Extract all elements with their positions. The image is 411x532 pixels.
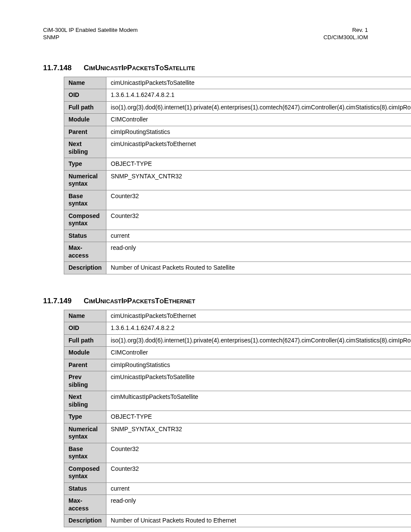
sections-container: 11.7.148CIMUNICASTIPPACKETSTOSATELLITENa… [43, 64, 368, 527]
table-row: Statuscurrent [64, 230, 411, 242]
header-section: SNMP [43, 34, 138, 41]
table-row: Composed syntaxCounter32 [64, 463, 411, 482]
row-value: SNMP_SYNTAX_CNTR32 [106, 170, 411, 190]
row-value: OBJECT-TYPE [106, 158, 411, 171]
row-value: cimUnicastIpPacketsToEthernet [106, 138, 411, 158]
row-value: iso(1).org(3).dod(6).internet(1).private… [106, 101, 411, 114]
document-page: CiM-300L IP Enabled Satellite Modem SNMP… [0, 0, 411, 532]
row-label: OID [64, 322, 106, 335]
table-row: TypeOBJECT-TYPE [64, 158, 411, 171]
row-value: Counter32 [106, 190, 411, 210]
header-product: CiM-300L IP Enabled Satellite Modem [43, 27, 138, 34]
row-label: Name [64, 77, 106, 89]
row-label: Base syntax [64, 443, 106, 463]
row-label: Type [64, 411, 106, 423]
row-value: OBJECT-TYPE [106, 411, 411, 423]
row-label: Numerical syntax [64, 170, 106, 190]
section-title: CIMUNICASTIPPACKETSTOSATELLITE [84, 64, 195, 72]
table-row: Base syntaxCounter32 [64, 190, 411, 210]
table-row: NamecimUnicastIpPacketsToSatellite [64, 77, 411, 89]
row-label: Base syntax [64, 190, 106, 210]
row-label: Max-access [64, 495, 106, 515]
table-row: Numerical syntaxSNMP_SYNTAX_CNTR32 [64, 423, 411, 443]
table-row: OID1.3.6.1.4.1.6247.4.8.2.1 [64, 89, 411, 102]
mib-section: 11.7.149CIMUNICASTIPPACKETSTOETHERNETNam… [43, 297, 368, 527]
row-label: Parent [64, 359, 106, 371]
row-value: cimUnicastIpPacketsToEthernet [106, 310, 411, 322]
header-docid: CD/CIM300L.IOM [324, 34, 368, 41]
row-label: Next sibling [64, 391, 106, 411]
mib-table: NamecimUnicastIpPacketsToSatelliteOID1.3… [64, 77, 411, 274]
section-number: 11.7.149 [43, 297, 72, 305]
header-right: Rev. 1 CD/CIM300L.IOM [324, 27, 368, 41]
table-row: ParentcimIpRoutingStatistics [64, 126, 411, 138]
table-row: Max-accessread-only [64, 242, 411, 262]
table-row: Full pathiso(1).org(3).dod(6).internet(1… [64, 334, 411, 347]
page-header: CiM-300L IP Enabled Satellite Modem SNMP… [43, 27, 368, 41]
table-row: OID1.3.6.1.4.1.6247.4.8.2.2 [64, 322, 411, 335]
row-value: SNMP_SYNTAX_CNTR32 [106, 423, 411, 443]
table-row: Statuscurrent [64, 482, 411, 495]
row-label: Description [64, 515, 106, 527]
row-label: Numerical syntax [64, 423, 106, 443]
row-value: iso(1).org(3).dod(6).internet(1).private… [106, 334, 411, 347]
row-label: Status [64, 482, 106, 495]
row-label: Type [64, 158, 106, 171]
row-value: CIMController [106, 114, 411, 126]
header-rev: Rev. 1 [324, 27, 368, 34]
row-value: cimUnicastIpPacketsToSatellite [106, 77, 411, 89]
row-label: Composed syntax [64, 210, 106, 230]
table-row: Composed syntaxCounter32 [64, 210, 411, 230]
row-label: Composed syntax [64, 463, 106, 482]
row-value: Counter32 [106, 210, 411, 230]
table-row: ModuleCIMController [64, 347, 411, 359]
table-row: Numerical syntaxSNMP_SYNTAX_CNTR32 [64, 170, 411, 190]
row-value: Counter32 [106, 463, 411, 482]
row-label: Prev sibling [64, 371, 106, 391]
row-value: current [106, 482, 411, 495]
row-label: Module [64, 347, 106, 359]
row-value: cimIpRoutingStatistics [106, 126, 411, 138]
row-label: Name [64, 310, 106, 322]
table-row: Full pathiso(1).org(3).dod(6).internet(1… [64, 101, 411, 114]
table-row: DescriptionNumber of Unicast Packets Rou… [64, 515, 411, 527]
table-row: ModuleCIMController [64, 114, 411, 126]
row-value: 1.3.6.1.4.1.6247.4.8.2.1 [106, 89, 411, 102]
table-row: Next siblingcimMulticastIpPacketsToSatel… [64, 391, 411, 411]
row-value: Number of Unicast Packets Routed to Ethe… [106, 515, 411, 527]
table-row: DescriptionNumber of Unicast Packets Rou… [64, 262, 411, 274]
row-label: Full path [64, 334, 106, 347]
table-row: Next siblingcimUnicastIpPacketsToEtherne… [64, 138, 411, 158]
row-label: Description [64, 262, 106, 274]
row-label: OID [64, 89, 106, 102]
row-value: read-only [106, 495, 411, 515]
table-row: ParentcimIpRoutingStatistics [64, 359, 411, 371]
table-row: NamecimUnicastIpPacketsToEthernet [64, 310, 411, 322]
mib-table: NamecimUnicastIpPacketsToEthernetOID1.3.… [64, 310, 411, 527]
table-row: Base syntaxCounter32 [64, 443, 411, 463]
row-label: Status [64, 230, 106, 242]
row-label: Next sibling [64, 138, 106, 158]
header-left: CiM-300L IP Enabled Satellite Modem SNMP [43, 27, 138, 41]
row-label: Max-access [64, 242, 106, 262]
section-title: CIMUNICASTIPPACKETSTOETHERNET [84, 297, 195, 305]
mib-section: 11.7.148CIMUNICASTIPPACKETSTOSATELLITENa… [43, 64, 368, 274]
row-value: Number of Unicast Packets Routed to Sate… [106, 262, 411, 274]
row-label: Full path [64, 101, 106, 114]
row-value: read-only [106, 242, 411, 262]
row-label: Parent [64, 126, 106, 138]
table-row: TypeOBJECT-TYPE [64, 411, 411, 423]
row-value: cimIpRoutingStatistics [106, 359, 411, 371]
row-value: cimMulticastIpPacketsToSatellite [106, 391, 411, 411]
row-value: 1.3.6.1.4.1.6247.4.8.2.2 [106, 322, 411, 335]
row-value: CIMController [106, 347, 411, 359]
row-label: Module [64, 114, 106, 126]
table-row: Max-accessread-only [64, 495, 411, 515]
row-value: current [106, 230, 411, 242]
table-row: Prev siblingcimUnicastIpPacketsToSatelli… [64, 371, 411, 391]
row-value: Counter32 [106, 443, 411, 463]
section-heading: 11.7.148CIMUNICASTIPPACKETSTOSATELLITE [43, 64, 368, 72]
section-heading: 11.7.149CIMUNICASTIPPACKETSTOETHERNET [43, 297, 368, 305]
section-number: 11.7.148 [43, 64, 72, 72]
row-value: cimUnicastIpPacketsToSatellite [106, 371, 411, 391]
